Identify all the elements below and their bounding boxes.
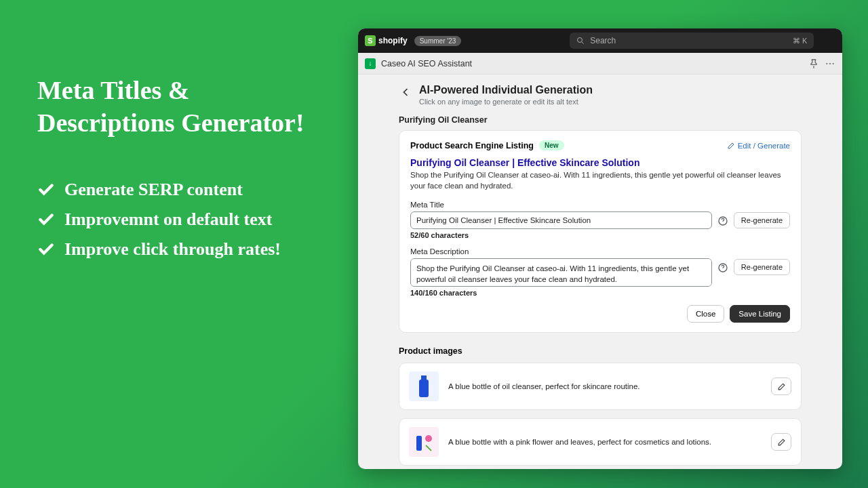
- image-row: A blue bottle of oil cleanser, perfect f…: [399, 363, 802, 410]
- search-shortcut: ⌘ K: [793, 37, 807, 45]
- product-thumbnail[interactable]: [409, 427, 439, 457]
- new-badge: New: [539, 140, 564, 150]
- bottle-flower-icon: [412, 430, 435, 453]
- check-icon: [37, 241, 55, 258]
- check-icon: [37, 181, 55, 199]
- meta-desc-label: Meta Description: [410, 247, 790, 256]
- meta-title-label: Meta Title: [410, 201, 790, 209]
- listing-section-title: Product Search Engine Listing: [410, 141, 534, 150]
- marketing-panel: Meta Titles & Descriptions Generator! Ge…: [37, 75, 304, 269]
- app-icon: ↓: [365, 58, 376, 69]
- app-window: shopify Summer '23 Search ⌘ K ↓ Caseo AI…: [358, 28, 842, 469]
- page-title: AI-Powered Individual Generation: [419, 84, 593, 96]
- product-name: Purifying Oil Cleanser: [399, 115, 802, 125]
- search-input[interactable]: Search ⌘ K: [570, 33, 814, 49]
- svg-point-3: [833, 62, 834, 64]
- pencil-icon: [777, 382, 786, 391]
- search-placeholder: Search: [590, 36, 616, 45]
- marketing-bullet: Improve click through rates!: [37, 239, 304, 260]
- regenerate-desc-button[interactable]: Re-generate: [734, 259, 790, 275]
- svg-point-0: [578, 38, 583, 43]
- edit-generate-link[interactable]: Edit / Generate: [727, 142, 790, 150]
- image-alt-text: A blue bottle of oil cleanser, perfect f…: [448, 382, 762, 390]
- serp-preview-title: Purifying Oil Cleanser | Effective Skinc…: [410, 157, 790, 168]
- svg-rect-8: [416, 436, 422, 451]
- svg-rect-7: [419, 380, 429, 397]
- pencil-icon: [777, 438, 786, 447]
- shopify-bag-icon: [365, 35, 376, 46]
- check-icon: [37, 211, 55, 228]
- product-thumbnail[interactable]: [409, 371, 439, 401]
- svg-point-2: [829, 62, 831, 64]
- svg-point-1: [826, 62, 827, 64]
- search-icon: [576, 37, 585, 45]
- help-icon[interactable]: [717, 262, 728, 273]
- back-arrow-icon[interactable]: [399, 85, 412, 99]
- topbar: shopify Summer '23 Search ⌘ K: [358, 28, 842, 53]
- meta-desc-input[interactable]: Shop the Purifying Oil Cleanser at caseo…: [410, 258, 712, 287]
- main-content: AI-Powered Individual Generation Click o…: [358, 75, 842, 469]
- close-button[interactable]: Close: [687, 305, 724, 323]
- image-row: A blue bottle with a pink flower and lea…: [399, 418, 802, 466]
- image-alt-text: A blue bottle with a pink flower and lea…: [448, 438, 762, 446]
- more-icon[interactable]: [825, 58, 835, 69]
- app-header: ↓ Caseo AI SEO Assistant: [358, 53, 842, 75]
- edit-alt-button[interactable]: [771, 433, 791, 451]
- listing-card: Product Search Engine Listing New Edit /…: [399, 130, 802, 333]
- marketing-headline: Meta Titles & Descriptions Generator!: [37, 75, 304, 139]
- pin-icon[interactable]: [808, 58, 819, 69]
- svg-point-9: [425, 435, 432, 442]
- help-icon[interactable]: [717, 216, 728, 226]
- regenerate-title-button[interactable]: Re-generate: [734, 212, 790, 228]
- app-name: Caseo AI SEO Assistant: [381, 59, 472, 68]
- meta-title-counter: 52/60 characters: [410, 231, 790, 239]
- meta-desc-counter: 140/160 characters: [410, 289, 790, 297]
- save-listing-button[interactable]: Save Listing: [730, 305, 790, 323]
- page-subtitle: Click on any image to generate or edit i…: [419, 98, 593, 106]
- marketing-bullet: Improvemnt on default text: [37, 209, 304, 230]
- marketing-bullet: Generate SERP content: [37, 180, 304, 200]
- product-images-label: Product images: [399, 346, 802, 356]
- serp-preview-desc: Shop the Purifying Oil Cleanser at caseo…: [410, 169, 790, 191]
- edit-alt-button[interactable]: [771, 378, 791, 395]
- pencil-icon: [727, 142, 735, 150]
- svg-rect-6: [421, 375, 427, 380]
- shopify-logo[interactable]: shopify: [365, 35, 408, 46]
- meta-title-input[interactable]: [410, 211, 712, 229]
- season-badge: Summer '23: [414, 36, 462, 46]
- bottle-icon: [416, 374, 432, 399]
